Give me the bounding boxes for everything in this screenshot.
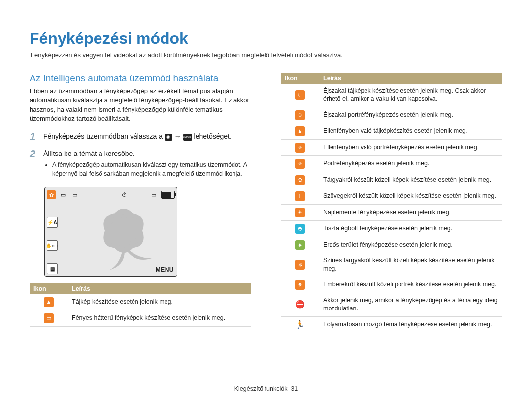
desc-cell: Naplemente fényképezése esetén jelenik m… (319, 204, 502, 220)
smart-mode-icon: SMART (183, 134, 192, 141)
icon-table-row: ▭Fényes hátterű fényképek készítése eset… (30, 310, 251, 327)
icon-table-row: ☺Ellenfényben való portréfényképezés ese… (281, 139, 502, 155)
step-1-pre: Fényképezés üzemmódban válassza a (43, 132, 165, 140)
icon-table-right: Ikon Leírás ☾Éjszakai tájképek készítése… (281, 73, 502, 333)
icon-table-row: ▲Ellenfényben való tájképkészítés esetén… (281, 123, 502, 139)
footer-section: Kiegészítő funkciók (234, 385, 288, 392)
forest-icon: ♣ (295, 240, 305, 250)
macro-icon: ✿ (295, 175, 305, 185)
th-desc-right: Leírás (319, 73, 502, 84)
icon-cell: ✿ (281, 172, 319, 188)
step-number-2: 2 (30, 148, 38, 160)
step-1-arrow: → (174, 132, 183, 140)
flash-icon: ⚡A (47, 217, 58, 228)
icon-table-row: ☀Naplemente fényképezése esetén jelenik … (281, 204, 502, 220)
th-icon-right: Ikon (281, 73, 319, 84)
two-column-layout: Az Intelligens automata üzemmód használa… (30, 73, 502, 333)
sky-icon: ◓ (295, 224, 305, 234)
macro-color-icon: ✲ (295, 260, 305, 270)
icon-table-row: ☺Éjszakai portréfényképezés esetén jelen… (281, 107, 502, 123)
icon-table-row: ▲Tájkép készítése esetén jelenik meg. (30, 294, 251, 310)
resolution-icon: ▭ (149, 190, 158, 199)
desc-cell: Szövegekről készült közeli képek készíté… (319, 188, 502, 204)
icon-cell: ☾ (281, 84, 319, 107)
preview-indicator-2: ▭ (70, 190, 79, 199)
icon-table-row: ◓Tiszta égbolt fényképezése esetén jelen… (281, 220, 502, 237)
footer-page-number: 31 (291, 385, 298, 392)
icon-cell: ▲ (30, 294, 68, 310)
icon-table-left: Ikon Leírás ▲Tájkép készítése esetén jel… (30, 283, 251, 327)
preview-indicator-1: ▭ (59, 190, 67, 199)
icon-table-row: 🏃Folyamatosan mozgó téma fényképezése es… (281, 316, 502, 333)
icon-cell: ▲ (281, 123, 319, 139)
step-1-post: lehetőséget. (194, 132, 232, 140)
section-title: Az Intelligens automata üzemmód használa… (30, 73, 251, 84)
step-text-1: Fényképezés üzemmódban válassza a ◉ → SM… (43, 130, 232, 141)
step-2-sub: A fényképezőgép automatikusan kiválaszt … (43, 160, 251, 178)
desc-cell: Tárgyakról készült közeli képek készítés… (319, 172, 502, 188)
th-icon-left: Ikon (30, 283, 68, 294)
icon-table-row: ⛔Akkor jelenik meg, amikor a fényképezőg… (281, 293, 502, 316)
icon-table-row: TSzövegekről készült közeli képek készít… (281, 188, 502, 204)
tripod-icon: ⛔ (295, 300, 305, 309)
desc-cell: Ellenfényben való portréfényképezés eset… (319, 139, 502, 155)
icon-cell: ◓ (281, 220, 319, 237)
step-2-bullet: A fényképezőgép automatikusan kiválaszt … (52, 160, 251, 178)
page-footer: Kiegészítő funkciók 31 (0, 385, 532, 392)
desc-cell: Színes tárgyakról készült közeli képek k… (319, 253, 502, 277)
icon-cell: ☺ (281, 107, 319, 123)
mode-switch-icon: ▤ (47, 263, 58, 274)
icon-table-row: ✿Tárgyakról készült közeli képek készíté… (281, 172, 502, 188)
mountain-icon: ▲ (44, 297, 54, 307)
desc-cell: Folyamatosan mozgó téma fényképezése ese… (319, 316, 502, 333)
desc-cell: Éjszakai portréfényképezés esetén jeleni… (319, 107, 502, 123)
backlight-port-icon: ☺ (295, 143, 305, 153)
desc-cell: Ellenfényben való tájképkészítés esetén … (319, 123, 502, 139)
desc-cell: Éjszakai tájképek készítése esetén jelen… (319, 84, 502, 107)
icon-cell: ▭ (30, 310, 68, 327)
icon-table-row: ✲Színes tárgyakról készült közeli képek … (281, 253, 502, 277)
action-icon: 🏃 (295, 320, 305, 330)
icon-cell: T (281, 188, 319, 204)
desc-cell: Akkor jelenik meg, amikor a fényképezőgé… (319, 293, 502, 316)
portrait-icon: ☺ (295, 159, 305, 169)
camera-preview: ✿ ▭ ▭ ⏱ ▭ ⚡A ✋OFF ▤ (44, 187, 177, 277)
desc-cell: Fényes hátterű fényképek készítése eseté… (68, 310, 251, 327)
icon-cell: ☺ (281, 139, 319, 155)
backlight-land-icon: ▲ (295, 126, 305, 136)
macro-text-icon: T (295, 191, 305, 201)
icon-table-row: ☻Emberekről készült közeli portrék készí… (281, 277, 502, 293)
step-number-1: 1 (30, 130, 38, 143)
step-text-2: Állítsa be a témát a keresőbe. (43, 148, 251, 158)
stabilizer-icon: ✋OFF (47, 240, 58, 251)
icon-cell: ✲ (281, 253, 319, 277)
night-portrait-icon: ☺ (295, 110, 305, 120)
step-1: 1 Fényképezés üzemmódban válassza a ◉ → … (30, 130, 251, 143)
preview-left-controls: ⚡A ✋OFF ▤ (47, 217, 58, 274)
preview-top-bar: ✿ ▭ ▭ ⏱ ▭ (47, 189, 175, 200)
desc-cell: Emberekről készült közeli portrék készít… (319, 277, 502, 293)
icon-table-row: ☾Éjszakai tájképek készítése esetén jele… (281, 84, 502, 107)
section-body: Ebben az üzemmódban a fényképezőgép az é… (30, 87, 251, 123)
night-landscape-icon: ☾ (295, 90, 305, 100)
icon-cell: ☻ (281, 277, 319, 293)
desc-cell: Erdős terület fényképezése esetén jeleni… (319, 237, 502, 253)
page-subtitle: Fényképezzen és vegyen fel videókat az a… (31, 51, 502, 60)
icon-table-row: ☺Portréfényképezés esetén jelenik meg. (281, 155, 502, 172)
desc-cell: Tiszta égbolt fényképezése esetén jeleni… (319, 220, 502, 237)
icon-cell: ♣ (281, 237, 319, 253)
camera-icon: ◉ (165, 134, 172, 141)
close-portrait-icon: ☻ (295, 280, 305, 290)
th-desc-left: Leírás (68, 283, 251, 294)
battery-icon (161, 191, 175, 199)
sunset-icon: ☀ (295, 208, 305, 217)
icon-cell: 🏃 (281, 316, 319, 333)
desc-cell: Portréfényképezés esetén jelenik meg. (319, 155, 502, 172)
desc-cell: Tájkép készítése esetén jelenik meg. (68, 294, 251, 310)
preview-menu-label: MENU (156, 266, 174, 273)
page-title: Fényképezési módok (30, 30, 502, 48)
step-2: 2 Állítsa be a témát a keresőbe. A fényk… (30, 148, 251, 184)
icon-cell: ⛔ (281, 293, 319, 316)
white-bg-icon: ▭ (44, 313, 54, 323)
macro-mode-icon: ✿ (47, 190, 56, 199)
